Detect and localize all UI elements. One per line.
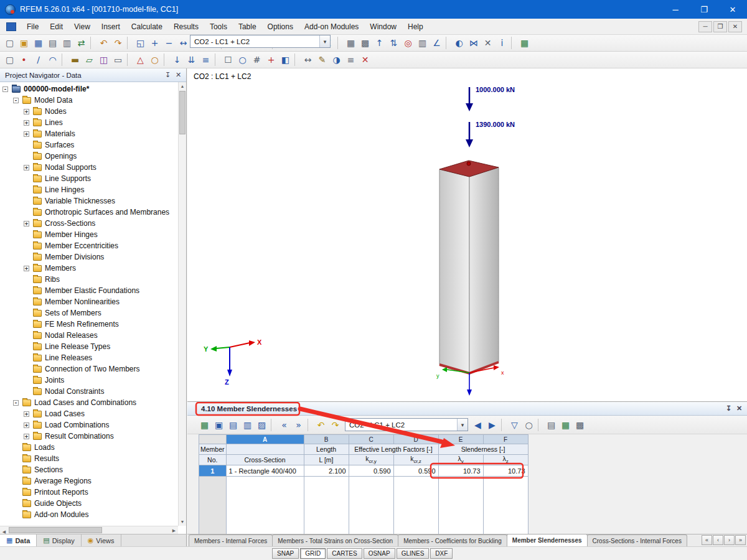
tree-expander-icon[interactable]: + xyxy=(24,434,29,439)
menu-item[interactable]: Calculate xyxy=(126,20,168,34)
tree-item[interactable]: FE Mesh Refinements xyxy=(0,319,178,330)
tree-item[interactable]: Surfaces xyxy=(0,139,178,151)
tree-item[interactable]: Line Hinges xyxy=(0,184,178,195)
layers-icon[interactable]: ≡ xyxy=(344,53,358,67)
tree-item[interactable]: - Model Data xyxy=(0,95,178,106)
tree-item[interactable]: Nodal Releases xyxy=(0,330,178,341)
info-icon[interactable]: i xyxy=(495,36,509,50)
mesh-settings-icon[interactable]: ▩ xyxy=(358,36,372,50)
table-toolbar-icon[interactable] xyxy=(538,419,542,431)
fe-mesh-icon[interactable]: ▦ xyxy=(344,36,358,50)
tree-item[interactable]: + Members xyxy=(0,263,178,274)
pan-view-icon[interactable]: ↔ xyxy=(176,36,190,50)
tree-expander-icon[interactable]: + xyxy=(24,109,29,114)
load-case-combobox[interactable]: CO2 - LC1 + LC2 ▾ xyxy=(190,35,331,48)
save-icon[interactable]: ▦ xyxy=(31,36,45,50)
tree-expander-icon[interactable]: + xyxy=(24,221,29,226)
close-icon[interactable]: ✕ xyxy=(173,70,184,80)
new-solid-icon[interactable]: ◫ xyxy=(96,53,111,67)
cut-plane-icon[interactable]: ✕ xyxy=(481,36,495,50)
tree-item[interactable]: + Result Combinations xyxy=(0,431,178,442)
measure-icon[interactable]: ∠ xyxy=(430,36,444,50)
table-tab[interactable]: Members - Coefficients for Buckling xyxy=(398,534,507,546)
table-tab[interactable]: Member Slendernesses xyxy=(507,534,588,546)
tree-item[interactable]: Joints xyxy=(0,375,178,386)
swap-icon[interactable]: ⇅ xyxy=(387,36,401,50)
select-special-icon[interactable]: ☐ xyxy=(221,53,235,67)
tree-expander-icon[interactable]: + xyxy=(24,120,29,126)
table-toolbar-icon[interactable] xyxy=(271,419,275,431)
tree-expander-icon[interactable]: + xyxy=(24,165,29,170)
row-number-cell[interactable]: 1 xyxy=(199,465,227,477)
tree-item[interactable]: Add-on Modules xyxy=(0,509,178,520)
menu-item[interactable]: Add-on Modules xyxy=(299,20,364,34)
toolbar-icon[interactable] xyxy=(511,37,515,49)
tree-item[interactable]: Sets of Members xyxy=(0,307,178,319)
menu-item[interactable]: Options xyxy=(262,20,299,34)
open-file-icon[interactable]: ▣ xyxy=(17,36,31,50)
status-toggle-button[interactable]: GRID xyxy=(300,548,326,559)
tree-expander-icon[interactable]: + xyxy=(24,266,29,271)
tree-item[interactable]: Results xyxy=(0,453,178,464)
menu-item[interactable]: Window xyxy=(364,20,402,34)
scroll-down-icon[interactable]: ▼ xyxy=(179,518,186,526)
menu-item[interactable]: Edit xyxy=(44,20,68,34)
zoom-all-icon[interactable]: ○ xyxy=(235,53,250,67)
line-load-icon[interactable]: ⇊ xyxy=(184,53,199,67)
column-member[interactable] xyxy=(439,161,499,373)
status-toggle-button[interactable]: GLINES xyxy=(397,548,430,559)
tree-item[interactable]: Member Hinges xyxy=(0,229,178,240)
column-letter-f[interactable]: F xyxy=(483,435,528,444)
tree-item[interactable]: - 000000-model-file* xyxy=(0,83,178,95)
kcry-cell[interactable]: 0.590 xyxy=(349,465,393,477)
toolbar-icon[interactable] xyxy=(215,54,219,66)
columns-filter-icon[interactable]: ▥ xyxy=(240,418,255,432)
tree-item[interactable]: + Nodes xyxy=(0,106,178,117)
menu-item[interactable]: Tools xyxy=(204,20,233,34)
new-opening-icon[interactable]: ▭ xyxy=(111,53,125,67)
mdi-window-button[interactable]: ❐ xyxy=(713,21,727,32)
previous-table-icon[interactable]: ◀ xyxy=(471,418,485,432)
excel-icon[interactable]: ▦ xyxy=(517,36,532,50)
building-story-icon[interactable]: ▥ xyxy=(415,36,430,50)
new-file-icon[interactable]: ▢ xyxy=(2,36,17,50)
visibility-mode-icon[interactable]: ◑ xyxy=(329,53,344,67)
rows-filter-icon[interactable]: ▤ xyxy=(226,418,240,432)
nav-tab-views[interactable]: ◉Views xyxy=(82,534,121,546)
toolbar-icon[interactable] xyxy=(337,37,342,49)
table-toolbar-icon[interactable] xyxy=(501,419,505,431)
print-icon[interactable]: ▤ xyxy=(45,36,60,50)
tree-item[interactable]: Sections xyxy=(0,464,178,475)
column-letter-a[interactable]: A xyxy=(226,435,304,444)
draw-arc-icon[interactable]: ◠ xyxy=(45,53,60,67)
maximize-button[interactable]: ❐ xyxy=(690,0,718,19)
menu-item[interactable]: Table xyxy=(233,20,262,34)
tree-item[interactable]: Openings xyxy=(0,151,178,162)
chevron-down-icon[interactable]: ▾ xyxy=(319,35,330,47)
tree-item[interactable]: Member Divisions xyxy=(0,251,178,263)
model-3d-view[interactable]: 1000.000 kN 1390.000 kN xyxy=(187,68,747,401)
pin-icon[interactable]: ↧ xyxy=(162,70,173,80)
mdi-window-button[interactable]: ✕ xyxy=(728,21,742,32)
tree-item[interactable]: Variable Thicknesses xyxy=(0,195,178,207)
pin-icon[interactable]: ↧ xyxy=(723,404,734,414)
tree-item[interactable]: + Nodal Supports xyxy=(0,162,178,173)
status-toggle-button[interactable]: DXF xyxy=(430,548,453,559)
zoom-out-icon[interactable]: − xyxy=(162,36,176,50)
tree-expander-icon[interactable]: - xyxy=(2,86,8,92)
delete-icon[interactable]: ✕ xyxy=(358,53,372,67)
tree-item[interactable]: - Load Cases and Combinations xyxy=(0,397,178,408)
calculator-icon[interactable]: ▩ xyxy=(573,418,587,432)
scrollbar-thumb[interactable] xyxy=(9,527,102,533)
status-toggle-button[interactable]: CARTES xyxy=(327,548,362,559)
table-tab[interactable]: Members - Total Strains on Cross-Section xyxy=(272,534,398,546)
toolbar-icon[interactable] xyxy=(294,54,299,66)
tree-item[interactable]: Loads xyxy=(0,442,178,453)
table-tab[interactable]: Cross-Sections - Internal Forces xyxy=(587,534,687,546)
menu-item[interactable]: File xyxy=(21,20,44,34)
model-viewport[interactable]: CO2 : LC1 + LC2 1000.000 k xyxy=(187,68,747,401)
draw-line-icon[interactable]: ∕ xyxy=(31,53,45,67)
tree-item[interactable]: Nodal Constraints xyxy=(0,386,178,397)
tree-item[interactable]: + Load Cases xyxy=(0,408,178,419)
grid-icon[interactable]: # xyxy=(250,53,264,67)
